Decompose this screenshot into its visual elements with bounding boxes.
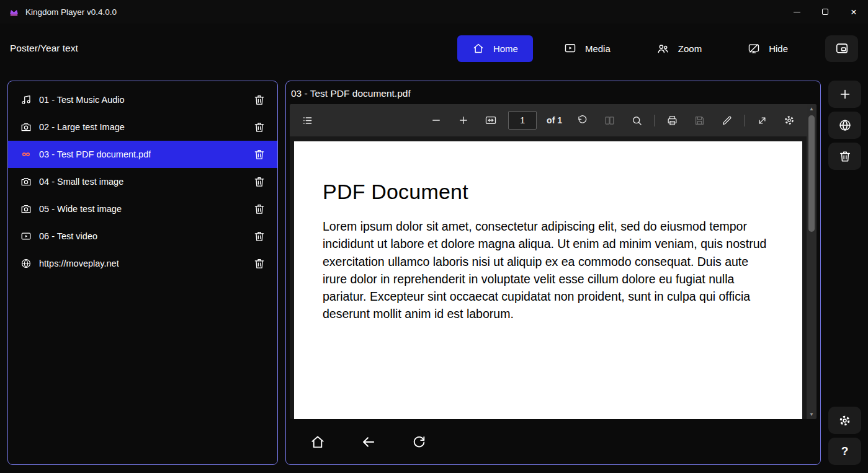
playlist-item[interactable]: https://moveplay.net [8, 250, 277, 277]
plus-icon [458, 115, 469, 126]
playlist-item-label: 04 - Small test image [39, 177, 123, 187]
pdf-main: of 1 [290, 104, 807, 419]
playlist-item-label: 06 - Test video [39, 231, 97, 241]
gear-icon [838, 413, 852, 428]
trash-icon [253, 230, 266, 242]
gear-icon [783, 114, 795, 126]
app-title: Kingdom Player v0.4.0.0 [25, 7, 117, 17]
trash-icon [838, 149, 852, 163]
hide-display-icon [748, 42, 760, 55]
save-button[interactable] [689, 110, 709, 130]
pen-icon [721, 115, 733, 126]
trash-icon [253, 121, 266, 133]
plus-icon [838, 87, 852, 101]
delete-item-button[interactable] [250, 145, 269, 164]
nav-zoom-button[interactable]: Zoom [642, 35, 717, 62]
delete-all-button[interactable] [828, 143, 861, 170]
main-nav: Home Media Zoom Hide [457, 35, 803, 62]
video-icon [19, 231, 33, 242]
maximize-button[interactable] [811, 0, 839, 24]
playlist-item[interactable]: 06 - Test video [8, 223, 277, 250]
scrollbar-track[interactable] [807, 113, 817, 410]
search-button[interactable] [627, 110, 647, 130]
delete-item-button[interactable] [250, 91, 269, 109]
zoom-out-button[interactable] [426, 110, 446, 130]
nav-media-button[interactable]: Media [549, 35, 625, 62]
add-item-button[interactable] [828, 81, 861, 108]
delete-item-button[interactable] [250, 118, 269, 136]
page-number-input[interactable] [508, 111, 537, 130]
sidebar-toggle-button[interactable] [297, 110, 317, 130]
trash-icon [253, 94, 266, 106]
annotate-button[interactable] [717, 110, 736, 130]
facing-pages-button[interactable] [599, 110, 619, 130]
playlist-item-label: 03 - Test PDF document.pdf [39, 149, 151, 159]
viewer-title: 03 - Test PDF document.pdf [290, 81, 817, 104]
content: 01 - Test Music Audio 02 - Large test Im… [0, 73, 868, 473]
poster-year-label: Poster/Year text [10, 43, 78, 54]
display-toggle-button[interactable] [825, 35, 858, 62]
home-nav-button[interactable] [310, 434, 326, 450]
rotate-icon [576, 115, 588, 126]
globe-icon [19, 258, 33, 269]
pdf-scrollbar: ▲ ▼ [807, 104, 817, 419]
help-button[interactable]: ? [828, 438, 861, 465]
print-button[interactable] [662, 110, 682, 130]
home-icon [472, 42, 485, 55]
playlist-item-label: 05 - Wide test image [39, 204, 122, 214]
playlist-item[interactable]: 01 - Test Music Audio [8, 86, 277, 113]
nav-zoom-label: Zoom [678, 43, 702, 54]
playlist-item[interactable]: 04 - Small test image [8, 168, 277, 195]
playlist-item-label: 02 - Large test Image [39, 122, 125, 132]
page-count-label: of 1 [547, 115, 562, 125]
minimize-button[interactable] [782, 0, 811, 24]
maximize-icon [822, 9, 828, 15]
delete-item-button[interactable] [250, 200, 269, 218]
trash-icon [253, 257, 266, 270]
trash-icon [253, 203, 266, 215]
refresh-icon [411, 434, 427, 449]
scroll-down-button[interactable]: ▼ [807, 410, 817, 418]
camera-icon [19, 203, 33, 214]
close-button[interactable]: × [839, 0, 868, 24]
app-logo-icon [9, 7, 19, 17]
scroll-up-button[interactable]: ▲ [807, 105, 817, 113]
playlist-item-selected[interactable]: 03 - Test PDF document.pdf [8, 141, 277, 168]
back-button[interactable] [360, 434, 377, 450]
camera-icon [19, 176, 33, 187]
expand-button[interactable] [752, 110, 772, 130]
fit-width-button[interactable] [481, 110, 501, 130]
nav-hide-button[interactable]: Hide [733, 35, 803, 62]
add-url-button[interactable] [828, 112, 861, 139]
expand-icon [756, 115, 768, 126]
delete-item-button[interactable] [250, 172, 269, 191]
rotate-button[interactable] [572, 110, 592, 130]
media-icon [564, 42, 576, 55]
settings-button[interactable] [828, 407, 861, 434]
nav-home-button[interactable]: Home [457, 35, 533, 62]
playlist-item[interactable]: 05 - Wide test image [8, 195, 277, 223]
zoom-in-button[interactable] [454, 110, 473, 130]
help-icon: ? [841, 444, 849, 458]
delete-item-button[interactable] [250, 254, 269, 273]
pdf-page: PDF Document Lorem ipsum dolor sit amet,… [294, 141, 802, 419]
facing-pages-icon [604, 115, 615, 126]
display-icon [835, 42, 849, 55]
close-icon: × [851, 7, 857, 17]
scrollbar-thumb[interactable] [808, 115, 815, 232]
refresh-button[interactable] [411, 434, 427, 449]
nav-hide-label: Hide [769, 43, 788, 54]
globe-icon [838, 118, 852, 132]
delete-item-button[interactable] [250, 227, 269, 245]
toolbar-divider [744, 115, 745, 126]
fit-width-icon [485, 114, 497, 126]
nav-home-label: Home [493, 43, 518, 54]
app-window: Kingdom Player v0.4.0.0 × Poster/Year te… [0, 0, 868, 473]
scroll-up-icon: ▲ [809, 106, 814, 112]
playlist-item[interactable]: 02 - Large test Image [8, 113, 277, 141]
camera-icon [19, 122, 33, 133]
trash-icon [253, 175, 266, 188]
pdf-settings-button[interactable] [779, 110, 799, 130]
home-icon [310, 434, 326, 450]
pdf-toolbar: of 1 [290, 104, 807, 136]
